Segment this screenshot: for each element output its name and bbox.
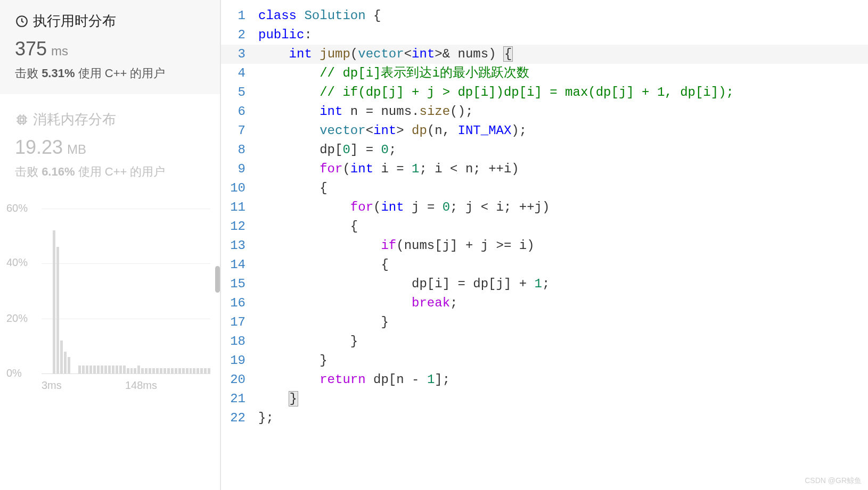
- code-line[interactable]: 7 vector<int> dp(n, INT_MAX);: [221, 121, 868, 140]
- chart-bar[interactable]: [101, 366, 103, 374]
- code-line[interactable]: 9 for(int i = 1; i < n; ++i): [221, 160, 868, 179]
- chart-bar[interactable]: [127, 368, 129, 373]
- chart-bar[interactable]: [196, 368, 199, 373]
- code-content: vector<int> dp(n, INT_MAX);: [258, 121, 868, 140]
- code-content: break;: [258, 294, 868, 313]
- line-number: 11: [221, 198, 258, 217]
- chart-bar[interactable]: [130, 368, 133, 373]
- y-tick: 60%: [6, 202, 28, 214]
- code-content: int n = nums.size();: [258, 102, 868, 121]
- chart-bar[interactable]: [123, 366, 126, 374]
- scrollbar-thumb[interactable]: [215, 266, 220, 293]
- chart-bar[interactable]: [178, 368, 181, 373]
- chart-bar[interactable]: [193, 368, 195, 373]
- chart-bar[interactable]: [182, 368, 185, 373]
- distribution-chart: 60% 40% 20% 0% 3ms 148ms: [0, 193, 220, 395]
- code-line[interactable]: 3 int jump(vector<int>& nums) {: [221, 45, 868, 64]
- runtime-title: 执行用时分布: [33, 12, 116, 30]
- code-line[interactable]: 20 return dp[n - 1];: [221, 370, 868, 389]
- chart-bar[interactable]: [68, 357, 70, 373]
- memory-title: 消耗内存分布: [33, 110, 116, 129]
- code-editor[interactable]: 1class Solution {2public:3 int jump(vect…: [221, 0, 868, 490]
- line-number: 20: [221, 370, 258, 389]
- code-line[interactable]: 19 }: [221, 351, 868, 370]
- memory-value: 19.23: [15, 136, 63, 159]
- chart-bar[interactable]: [53, 230, 55, 373]
- chart-bar[interactable]: [56, 247, 59, 373]
- chart-bar[interactable]: [190, 368, 192, 373]
- chart-bar[interactable]: [175, 368, 177, 373]
- watermark: CSDN @GR鲸鱼: [805, 476, 862, 486]
- code-content: public:: [258, 26, 868, 45]
- chart-bar[interactable]: [134, 368, 136, 373]
- chart-bar[interactable]: [145, 368, 148, 373]
- code-content: }: [258, 389, 868, 409]
- chart-bar[interactable]: [89, 366, 92, 374]
- runtime-metric: 375 ms: [15, 38, 205, 60]
- line-number: 6: [221, 102, 258, 121]
- chart-bar[interactable]: [186, 368, 189, 373]
- chart-bar[interactable]: [112, 366, 114, 374]
- chart-bar[interactable]: [104, 366, 107, 374]
- runtime-card[interactable]: 执行用时分布 375 ms 击败 5.31% 使用 C++ 的用户: [0, 0, 220, 94]
- chart-bar[interactable]: [167, 368, 170, 373]
- code-line[interactable]: 12 {: [221, 217, 868, 236]
- chart-bar[interactable]: [86, 366, 88, 374]
- code-line[interactable]: 2public:: [221, 26, 868, 45]
- stats-panel: 执行用时分布 375 ms 击败 5.31% 使用 C++ 的用户 消耗内存分布…: [0, 0, 221, 490]
- x-tick: 148ms: [125, 379, 157, 392]
- chart-bar[interactable]: [208, 368, 210, 373]
- line-number: 16: [221, 294, 258, 313]
- chart-bar[interactable]: [82, 366, 85, 374]
- code-line[interactable]: 8 dp[0] = 0;: [221, 140, 868, 160]
- chart-bar[interactable]: [163, 368, 166, 373]
- chart-bar[interactable]: [200, 368, 203, 373]
- chart-bar[interactable]: [171, 368, 174, 373]
- line-number: 8: [221, 140, 258, 160]
- code-line[interactable]: 13 if(nums[j] + j >= i): [221, 236, 868, 255]
- code-line[interactable]: 22};: [221, 409, 868, 428]
- line-number: 3: [221, 45, 258, 64]
- chart-bar[interactable]: [93, 366, 96, 374]
- runtime-header: 执行用时分布: [15, 12, 205, 30]
- chart-bar[interactable]: [156, 368, 159, 373]
- line-number: 9: [221, 160, 258, 179]
- chart-bar[interactable]: [141, 368, 144, 373]
- code-line[interactable]: 18 }: [221, 332, 868, 351]
- chart-bar[interactable]: [78, 366, 81, 374]
- y-tick: 0%: [6, 367, 22, 379]
- code-line[interactable]: 11 for(int j = 0; j < i; ++j): [221, 198, 868, 217]
- chart-bar[interactable]: [119, 366, 122, 374]
- chart-bar[interactable]: [64, 352, 67, 373]
- chart-bar[interactable]: [204, 368, 207, 373]
- code-content: for(int i = 1; i < n; ++i): [258, 160, 868, 179]
- chip-icon: [15, 113, 29, 127]
- chart-bar[interactable]: [116, 366, 118, 374]
- chart-bar[interactable]: [108, 366, 111, 374]
- chart-bar[interactable]: [97, 366, 100, 374]
- chart-bar[interactable]: [160, 368, 162, 373]
- code-line[interactable]: 17 }: [221, 313, 868, 332]
- code-line[interactable]: 6 int n = nums.size();: [221, 102, 868, 121]
- memory-card[interactable]: 消耗内存分布 19.23 MB 击败 6.16% 使用 C++ 的用户: [0, 94, 220, 193]
- code-line[interactable]: 5 // if(dp[j] + j > dp[i])dp[i] = max(dp…: [221, 83, 868, 102]
- line-number: 18: [221, 332, 258, 351]
- code-line[interactable]: 4 // dp[i]表示到达i的最小跳跃次数: [221, 64, 868, 83]
- code-content: };: [258, 409, 868, 428]
- code-line[interactable]: 21 }: [221, 389, 868, 409]
- line-number: 5: [221, 83, 258, 102]
- code-content: class Solution {: [258, 6, 868, 26]
- code-line[interactable]: 14 {: [221, 255, 868, 275]
- code-line[interactable]: 15 dp[i] = dp[j] + 1;: [221, 275, 868, 294]
- code-line[interactable]: 10 {: [221, 179, 868, 198]
- line-number: 13: [221, 236, 258, 255]
- chart-bar[interactable]: [149, 368, 151, 373]
- x-tick: 3ms: [42, 379, 62, 392]
- code-content: // if(dp[j] + j > dp[i])dp[i] = max(dp[j…: [258, 83, 868, 102]
- chart-bar[interactable]: [152, 368, 155, 373]
- chart-bar[interactable]: [137, 366, 140, 374]
- code-line[interactable]: 1class Solution {: [221, 6, 868, 26]
- code-line[interactable]: 16 break;: [221, 294, 868, 313]
- chart-bar[interactable]: [60, 340, 63, 373]
- memory-unit: MB: [67, 142, 86, 157]
